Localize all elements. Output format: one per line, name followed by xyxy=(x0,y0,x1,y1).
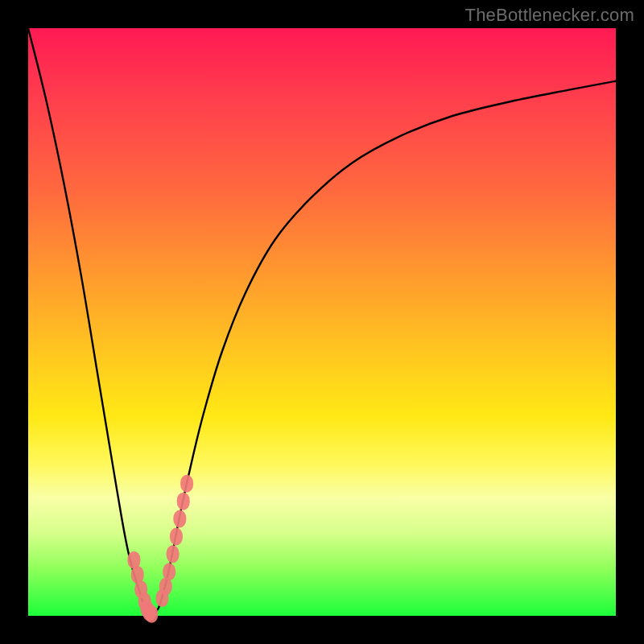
data-point xyxy=(140,600,153,617)
data-point xyxy=(131,566,144,584)
watermark-text: TheBottlenecker.com xyxy=(465,5,634,26)
data-point xyxy=(177,493,190,510)
data-point xyxy=(138,592,151,610)
curve-svg xyxy=(28,28,616,616)
data-point-markers xyxy=(127,475,193,623)
data-point xyxy=(167,545,180,563)
chart-frame: TheBottlenecker.com xyxy=(0,0,644,644)
data-point xyxy=(145,605,158,623)
data-point xyxy=(142,604,155,621)
data-point xyxy=(127,551,140,569)
data-point xyxy=(155,589,168,607)
data-point xyxy=(170,527,183,545)
data-point xyxy=(180,475,193,493)
data-point xyxy=(163,563,175,580)
bottleneck-curve xyxy=(28,28,616,615)
data-point xyxy=(159,578,172,596)
plot-area xyxy=(28,28,616,616)
data-point xyxy=(134,580,147,598)
data-point xyxy=(173,510,186,528)
